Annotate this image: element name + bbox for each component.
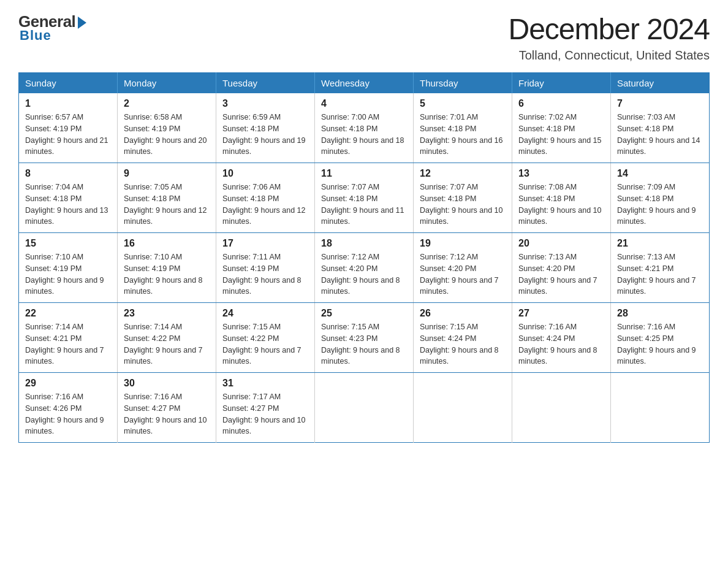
day-info: Sunrise: 7:04 AMSunset: 4:18 PMDaylight:… <box>25 183 108 226</box>
day-info: Sunrise: 6:58 AMSunset: 4:19 PMDaylight:… <box>124 113 207 156</box>
calendar-cell: 30 Sunrise: 7:16 AMSunset: 4:27 PMDaylig… <box>118 373 216 443</box>
calendar-cell: 7 Sunrise: 7:03 AMSunset: 4:18 PMDayligh… <box>611 93 710 163</box>
day-header-sunday: Sunday <box>19 73 118 94</box>
day-number: 9 <box>124 168 210 179</box>
day-number: 10 <box>222 168 308 179</box>
calendar-cell: 21 Sunrise: 7:13 AMSunset: 4:21 PMDaylig… <box>611 233 710 303</box>
day-number: 11 <box>321 168 407 179</box>
month-title: December 2024 <box>508 12 710 46</box>
day-info: Sunrise: 7:13 AMSunset: 4:20 PMDaylight:… <box>518 253 597 296</box>
day-info: Sunrise: 7:14 AMSunset: 4:22 PMDaylight:… <box>124 323 203 366</box>
day-info: Sunrise: 7:09 AMSunset: 4:18 PMDaylight:… <box>617 183 696 226</box>
calendar-cell: 25 Sunrise: 7:15 AMSunset: 4:23 PMDaylig… <box>315 303 414 373</box>
day-number: 3 <box>222 98 308 109</box>
day-number: 2 <box>124 98 210 109</box>
day-header-monday: Monday <box>118 73 216 94</box>
calendar-cell: 19 Sunrise: 7:12 AMSunset: 4:20 PMDaylig… <box>414 233 512 303</box>
day-number: 14 <box>617 168 703 179</box>
calendar-week-row: 1 Sunrise: 6:57 AMSunset: 4:19 PMDayligh… <box>19 93 710 163</box>
calendar-cell: 24 Sunrise: 7:15 AMSunset: 4:22 PMDaylig… <box>216 303 315 373</box>
calendar-cell: 27 Sunrise: 7:16 AMSunset: 4:24 PMDaylig… <box>512 303 611 373</box>
calendar-cell: 8 Sunrise: 7:04 AMSunset: 4:18 PMDayligh… <box>19 163 118 233</box>
day-info: Sunrise: 7:08 AMSunset: 4:18 PMDaylight:… <box>518 183 602 226</box>
day-info: Sunrise: 7:11 AMSunset: 4:19 PMDaylight:… <box>222 253 301 296</box>
day-number: 18 <box>321 238 407 249</box>
day-number: 4 <box>321 98 407 109</box>
page-header: General Blue December 2024 Tolland, Conn… <box>18 12 710 63</box>
day-info: Sunrise: 7:10 AMSunset: 4:19 PMDaylight:… <box>124 253 203 296</box>
day-number: 28 <box>617 308 703 319</box>
calendar-cell: 9 Sunrise: 7:05 AMSunset: 4:18 PMDayligh… <box>118 163 216 233</box>
calendar-cell: 13 Sunrise: 7:08 AMSunset: 4:18 PMDaylig… <box>512 163 611 233</box>
day-number: 26 <box>420 308 506 319</box>
calendar-cell: 16 Sunrise: 7:10 AMSunset: 4:19 PMDaylig… <box>118 233 216 303</box>
calendar-cell: 31 Sunrise: 7:17 AMSunset: 4:27 PMDaylig… <box>216 373 315 443</box>
day-info: Sunrise: 7:07 AMSunset: 4:18 PMDaylight:… <box>420 183 503 226</box>
day-header-thursday: Thursday <box>414 73 512 94</box>
calendar-cell: 5 Sunrise: 7:01 AMSunset: 4:18 PMDayligh… <box>414 93 512 163</box>
calendar-cell: 6 Sunrise: 7:02 AMSunset: 4:18 PMDayligh… <box>512 93 611 163</box>
day-number: 6 <box>518 98 604 109</box>
calendar-cell: 3 Sunrise: 6:59 AMSunset: 4:18 PMDayligh… <box>216 93 315 163</box>
calendar-header-row: SundayMondayTuesdayWednesdayThursdayFrid… <box>19 73 710 94</box>
calendar-cell: 12 Sunrise: 7:07 AMSunset: 4:18 PMDaylig… <box>414 163 512 233</box>
day-info: Sunrise: 7:12 AMSunset: 4:20 PMDaylight:… <box>420 253 499 296</box>
day-number: 1 <box>25 98 111 109</box>
day-number: 20 <box>518 238 604 249</box>
day-number: 17 <box>222 238 308 249</box>
calendar-cell <box>315 373 414 443</box>
day-number: 12 <box>420 168 506 179</box>
calendar-week-row: 15 Sunrise: 7:10 AMSunset: 4:19 PMDaylig… <box>19 233 710 303</box>
title-area: December 2024 Tolland, Connecticut, Unit… <box>508 12 710 63</box>
day-info: Sunrise: 7:10 AMSunset: 4:19 PMDaylight:… <box>25 253 104 296</box>
day-number: 8 <box>25 168 111 179</box>
day-number: 27 <box>518 308 604 319</box>
day-info: Sunrise: 7:15 AMSunset: 4:24 PMDaylight:… <box>420 323 499 366</box>
location-title: Tolland, Connecticut, United States <box>508 48 710 63</box>
calendar-cell <box>611 373 710 443</box>
day-header-tuesday: Tuesday <box>216 73 315 94</box>
calendar-week-row: 29 Sunrise: 7:16 AMSunset: 4:26 PMDaylig… <box>19 373 710 443</box>
calendar-cell: 26 Sunrise: 7:15 AMSunset: 4:24 PMDaylig… <box>414 303 512 373</box>
day-info: Sunrise: 7:13 AMSunset: 4:21 PMDaylight:… <box>617 253 696 296</box>
calendar-cell: 28 Sunrise: 7:16 AMSunset: 4:25 PMDaylig… <box>611 303 710 373</box>
day-info: Sunrise: 7:05 AMSunset: 4:18 PMDaylight:… <box>124 183 207 226</box>
day-number: 24 <box>222 308 308 319</box>
day-info: Sunrise: 7:16 AMSunset: 4:26 PMDaylight:… <box>25 393 104 435</box>
logo-blue-text: Blue <box>20 28 51 44</box>
calendar-cell: 10 Sunrise: 7:06 AMSunset: 4:18 PMDaylig… <box>216 163 315 233</box>
day-info: Sunrise: 7:06 AMSunset: 4:18 PMDaylight:… <box>222 183 306 226</box>
day-number: 7 <box>617 98 703 109</box>
day-info: Sunrise: 7:17 AMSunset: 4:27 PMDaylight:… <box>222 393 306 435</box>
day-info: Sunrise: 7:16 AMSunset: 4:25 PMDaylight:… <box>617 323 696 366</box>
calendar-cell: 18 Sunrise: 7:12 AMSunset: 4:20 PMDaylig… <box>315 233 414 303</box>
calendar-cell: 20 Sunrise: 7:13 AMSunset: 4:20 PMDaylig… <box>512 233 611 303</box>
day-info: Sunrise: 7:15 AMSunset: 4:22 PMDaylight:… <box>222 323 301 366</box>
day-number: 30 <box>124 378 210 389</box>
calendar-cell: 17 Sunrise: 7:11 AMSunset: 4:19 PMDaylig… <box>216 233 315 303</box>
day-info: Sunrise: 7:03 AMSunset: 4:18 PMDaylight:… <box>617 113 700 156</box>
calendar-week-row: 8 Sunrise: 7:04 AMSunset: 4:18 PMDayligh… <box>19 163 710 233</box>
logo: General Blue <box>18 12 86 44</box>
day-number: 22 <box>25 308 111 319</box>
calendar-cell: 23 Sunrise: 7:14 AMSunset: 4:22 PMDaylig… <box>118 303 216 373</box>
logo-arrow-icon <box>78 17 86 29</box>
calendar-cell: 14 Sunrise: 7:09 AMSunset: 4:18 PMDaylig… <box>611 163 710 233</box>
day-info: Sunrise: 7:16 AMSunset: 4:24 PMDaylight:… <box>518 323 597 366</box>
day-number: 25 <box>321 308 407 319</box>
day-info: Sunrise: 7:01 AMSunset: 4:18 PMDaylight:… <box>420 113 503 156</box>
day-number: 13 <box>518 168 604 179</box>
day-info: Sunrise: 6:59 AMSunset: 4:18 PMDaylight:… <box>222 113 306 156</box>
day-info: Sunrise: 7:15 AMSunset: 4:23 PMDaylight:… <box>321 323 400 366</box>
calendar-week-row: 22 Sunrise: 7:14 AMSunset: 4:21 PMDaylig… <box>19 303 710 373</box>
day-info: Sunrise: 7:02 AMSunset: 4:18 PMDaylight:… <box>518 113 602 156</box>
day-info: Sunrise: 7:14 AMSunset: 4:21 PMDaylight:… <box>25 323 104 366</box>
day-number: 16 <box>124 238 210 249</box>
calendar-cell: 4 Sunrise: 7:00 AMSunset: 4:18 PMDayligh… <box>315 93 414 163</box>
day-info: Sunrise: 7:12 AMSunset: 4:20 PMDaylight:… <box>321 253 400 296</box>
day-number: 5 <box>420 98 506 109</box>
day-info: Sunrise: 6:57 AMSunset: 4:19 PMDaylight:… <box>25 113 108 156</box>
day-info: Sunrise: 7:00 AMSunset: 4:18 PMDaylight:… <box>321 113 404 156</box>
day-number: 23 <box>124 308 210 319</box>
day-number: 29 <box>25 378 111 389</box>
